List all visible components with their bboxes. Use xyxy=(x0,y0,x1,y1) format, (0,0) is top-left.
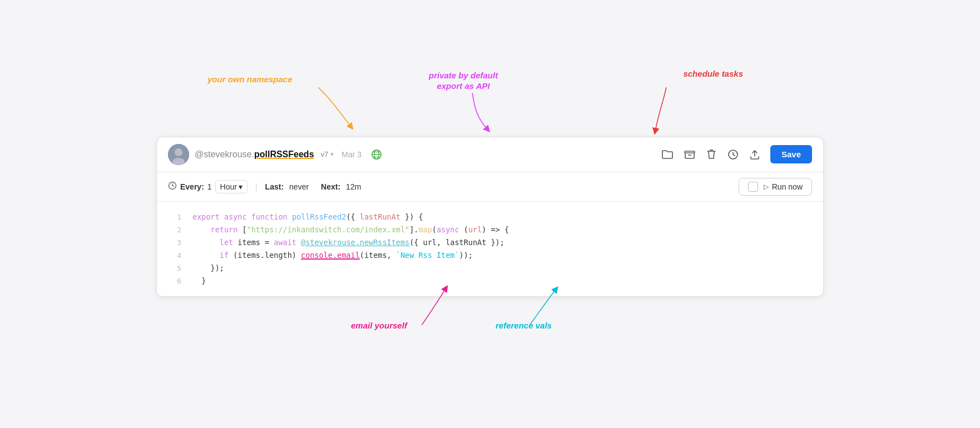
code-line-4: 4 if (items.length) console.email(items,… xyxy=(157,249,823,262)
save-button[interactable]: Save xyxy=(770,145,812,163)
annotation-private: private by defaultexport as API xyxy=(429,70,498,92)
version-chevron-icon: ▾ xyxy=(330,151,334,158)
code-editor[interactable]: 1 export async function pollRssFeed2({ l… xyxy=(157,202,823,297)
main-card: @stevekrouse.pollRSSFeeds v7 ▾ Mar 3 xyxy=(156,137,824,297)
globe-icon[interactable] xyxy=(370,148,383,161)
page-wrapper: your own namespace private by defaultexp… xyxy=(156,64,824,364)
svg-point-1 xyxy=(175,148,182,156)
last-value: never xyxy=(289,182,309,191)
trash-icon[interactable] xyxy=(706,148,717,161)
play-icon: ▷ xyxy=(764,183,769,191)
annotation-refvals: reference vals xyxy=(496,321,552,330)
script-name-bold: pollRSSFeeds xyxy=(254,150,314,159)
code-line-5: 5 }); xyxy=(157,262,823,275)
code-line-3: 3 let items = await @stevekrouse.newRssI… xyxy=(157,236,823,249)
top-bar: @stevekrouse.pollRSSFeeds v7 ▾ Mar 3 xyxy=(157,137,823,172)
toolbar-icons: Save xyxy=(661,145,812,163)
version-badge[interactable]: v7 ▾ xyxy=(321,150,334,158)
annotation-namespace: your own namespace xyxy=(207,74,293,84)
run-now-button[interactable]: ▷ Run now xyxy=(739,178,812,196)
every-value: 1 xyxy=(207,182,212,191)
code-line-6: 6 } xyxy=(157,275,823,287)
clock-icon xyxy=(168,181,177,192)
schedule-bar: Every: 1 Hour ▾ | Last: never Next: 12m … xyxy=(157,172,823,202)
archive-icon[interactable] xyxy=(684,149,696,160)
next-value: 12m xyxy=(346,182,361,191)
date-text: Mar 3 xyxy=(341,150,362,159)
run-now-label: Run now xyxy=(772,182,803,191)
every-label: Every: xyxy=(180,182,204,191)
avatar xyxy=(168,144,189,165)
folder-icon[interactable] xyxy=(661,149,674,160)
run-now-checkbox[interactable] xyxy=(748,182,758,192)
annotation-email: email yourself xyxy=(351,321,407,330)
last-label: Last: xyxy=(265,182,284,191)
svg-rect-8 xyxy=(685,151,695,153)
code-line-1: 1 export async function pollRssFeed2({ l… xyxy=(157,211,823,223)
hour-dropdown[interactable]: Hour ▾ xyxy=(215,180,248,193)
annotation-schedule: schedule tasks xyxy=(683,69,743,78)
code-line-2: 2 return ["https://inkandswitch.com/inde… xyxy=(157,223,823,236)
script-username: @stevekrouse.pollRSSFeeds xyxy=(195,150,314,160)
export-icon[interactable] xyxy=(749,148,760,161)
history-icon[interactable] xyxy=(727,148,739,161)
next-label: Next: xyxy=(321,182,340,191)
